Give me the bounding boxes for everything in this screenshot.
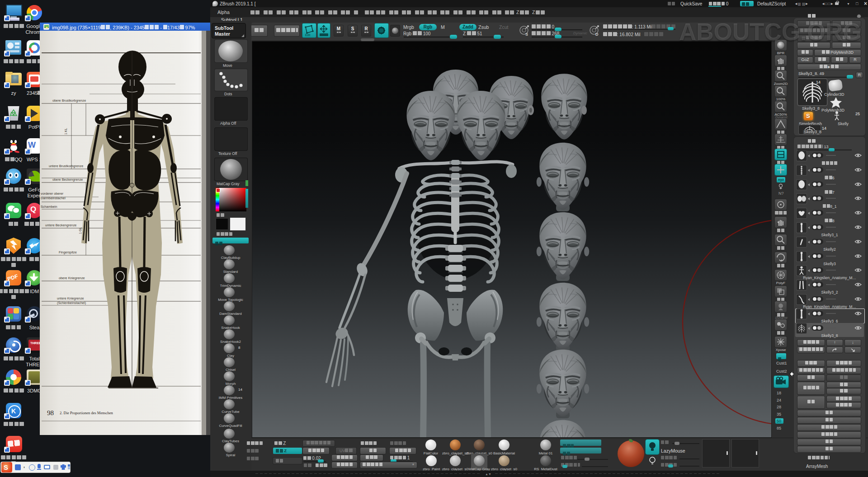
svg-text:(Schienbeinstachel): (Schienbeinstachel) xyxy=(57,301,86,305)
svg-text:98: 98 xyxy=(47,409,54,416)
svg-text:obere Kniegrenze: obere Kniegrenze xyxy=(59,276,85,280)
svg-text:untere Kniegrenze: untere Kniegrenze xyxy=(57,296,84,300)
svg-text:Schambein: Schambein xyxy=(41,205,57,209)
svg-text:obere Brustkorbgrenze: obere Brustkorbgrenze xyxy=(52,98,86,103)
svg-text:Darmbeinstachel: Darmbeinstachel xyxy=(41,196,66,200)
svg-text:obere Beckengrenze: obere Beckengrenze xyxy=(52,178,83,182)
svg-text:1 KL: 1 KL xyxy=(64,128,67,135)
svg-text:untere Beckengrenze: untere Beckengrenze xyxy=(45,223,76,227)
svg-text:1 GL: 1 GL xyxy=(79,227,82,234)
svg-text:untere Brustkorbgrenze: untere Brustkorbgrenze xyxy=(49,164,83,168)
svg-text:2. Die Proportionen des Mensch: 2. Die Proportionen des Menschen xyxy=(60,411,113,415)
svg-text:Fingerspitze: Fingerspitze xyxy=(59,250,77,254)
svg-text:vorderer oberer: vorderer oberer xyxy=(41,192,64,196)
svg-text:Edit: Edit xyxy=(305,33,310,37)
svg-text:S: S xyxy=(525,32,528,36)
svg-text:D: D xyxy=(595,32,599,36)
